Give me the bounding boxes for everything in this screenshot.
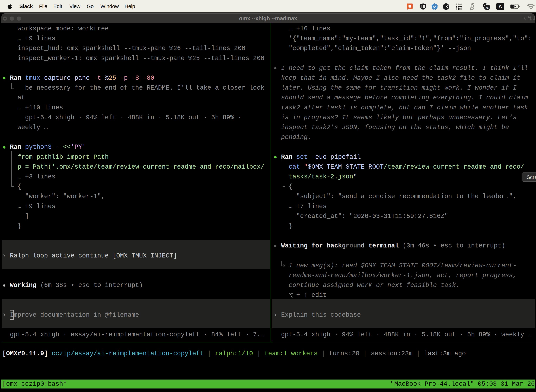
svg-text:..61: ..61 (485, 6, 490, 9)
